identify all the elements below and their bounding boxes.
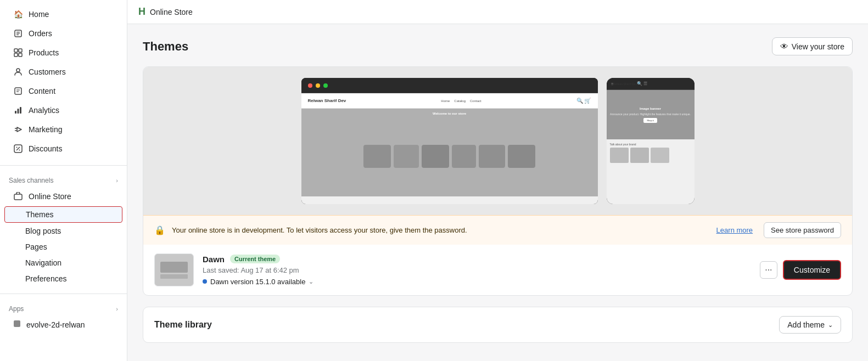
svg-rect-4 bbox=[14, 49, 18, 52]
chevron-down-icon: ⌄ bbox=[309, 278, 313, 285]
sidebar-sub-item-label: Preferences bbox=[25, 274, 66, 283]
topbar-title: Online Store bbox=[150, 8, 193, 16]
add-theme-label: Add theme bbox=[787, 320, 825, 329]
svg-rect-7 bbox=[19, 53, 22, 57]
sidebar-sub-item-label: Navigation bbox=[25, 258, 61, 267]
preview-mobile-notch: ☰ Relwan Sharif Dev 🔍 ☰ bbox=[607, 78, 695, 90]
theme-actions: ··· Customize bbox=[760, 260, 841, 280]
sidebar: 🏠 Home Orders Products Customers Cont bbox=[0, 0, 127, 361]
dev-notice-text: Your online store is in development. To … bbox=[172, 226, 710, 234]
sidebar-item-marketing[interactable]: Marketing bbox=[4, 120, 122, 139]
theme-name-row: Dawn Current theme bbox=[203, 255, 751, 264]
theme-preview: Relwan Sharif Dev HomeCatalogContact 🔍 🛒… bbox=[143, 67, 852, 215]
eye-icon: 👁 bbox=[780, 42, 788, 51]
topbar-brand-icon: H bbox=[138, 6, 145, 18]
preview-items bbox=[358, 137, 541, 168]
customize-button[interactable]: Customize bbox=[783, 260, 841, 280]
theme-card: Relwan Sharif Dev HomeCatalogContact 🔍 🛒… bbox=[143, 66, 853, 296]
preview-nav-icons: 🔍 🛒 bbox=[576, 98, 591, 104]
sidebar-item-label: Discounts bbox=[29, 144, 62, 153]
preview-mobile-inner: Image banner Announce your product. High… bbox=[607, 90, 695, 204]
svg-rect-22 bbox=[14, 320, 20, 327]
sidebar-sub-item-navigation[interactable]: Navigation bbox=[4, 255, 122, 270]
version-row[interactable]: Dawn version 15.1.0 available ⌄ bbox=[203, 278, 751, 286]
more-options-button[interactable]: ··· bbox=[760, 261, 777, 279]
sidebar-item-label: Marketing bbox=[29, 125, 62, 134]
add-theme-button[interactable]: Add theme ⌄ bbox=[779, 316, 841, 334]
sidebar-item-label: Home bbox=[29, 10, 49, 19]
page-header: Themes 👁 View your store bbox=[143, 37, 853, 55]
app-icon bbox=[13, 320, 21, 329]
preview-mobile-banner: Image banner bbox=[640, 107, 661, 110]
preview-brand: Relwan Sharif Dev bbox=[308, 98, 346, 103]
view-store-label: View your store bbox=[792, 42, 844, 51]
see-store-password-button[interactable]: See store password bbox=[764, 222, 841, 238]
preview-desktop-inner: Relwan Sharif Dev HomeCatalogContact 🔍 🛒… bbox=[301, 93, 598, 204]
preview-nav-links: HomeCatalogContact bbox=[441, 99, 481, 103]
sidebar-sub-item-preferences[interactable]: Preferences bbox=[4, 271, 122, 286]
preview-mobile-tagline: Talk about your brand bbox=[610, 143, 691, 146]
version-text: Dawn version 15.1.0 available bbox=[210, 278, 305, 286]
svg-point-20 bbox=[19, 150, 20, 151]
lock-icon: 🔒 bbox=[154, 225, 165, 235]
preview-mobile: ☰ Relwan Sharif Dev 🔍 ☰ Image banner Ann… bbox=[607, 78, 695, 204]
svg-rect-9 bbox=[15, 88, 21, 94]
main-content: H Online Store Themes 👁 View your store bbox=[127, 0, 868, 361]
marketing-icon bbox=[13, 125, 23, 134]
view-store-button[interactable]: 👁 View your store bbox=[772, 37, 853, 55]
sidebar-item-customers[interactable]: Customers bbox=[4, 63, 122, 81]
theme-name: Dawn bbox=[203, 255, 225, 264]
preview-mobile-section: Talk about your brand bbox=[607, 139, 695, 166]
sidebar-item-evolve-2d-relwan[interactable]: evolve-2d-relwan bbox=[4, 315, 122, 334]
preview-mobile-items bbox=[610, 148, 691, 163]
preview-mobile-brand: Relwan Sharif Dev bbox=[613, 82, 637, 86]
customers-icon bbox=[13, 67, 23, 77]
sidebar-item-label: Online Store bbox=[29, 192, 71, 201]
sales-channels-section: Sales channels › bbox=[0, 170, 127, 187]
sidebar-item-orders[interactable]: Orders bbox=[4, 24, 122, 43]
sidebar-item-products[interactable]: Products bbox=[4, 43, 122, 62]
svg-point-8 bbox=[16, 69, 20, 72]
dot-green bbox=[323, 83, 328, 88]
learn-more-link[interactable]: Learn more bbox=[716, 226, 753, 234]
products-icon bbox=[13, 48, 23, 58]
sidebar-item-analytics[interactable]: Analytics bbox=[4, 101, 122, 120]
theme-saved-text: Last saved: Aug 17 at 6:42 pm bbox=[203, 266, 751, 274]
svg-rect-6 bbox=[14, 53, 18, 57]
theme-library-title: Theme library bbox=[154, 320, 212, 330]
theme-info: Dawn Current theme Last saved: Aug 17 at… bbox=[143, 245, 852, 295]
sidebar-item-online-store[interactable]: Online Store bbox=[4, 187, 122, 206]
preview-mobile-shop-btn: Shop it bbox=[643, 118, 657, 123]
preview-nav: Relwan Sharif Dev HomeCatalogContact 🔍 🛒 bbox=[301, 93, 598, 109]
chevron-right-icon: › bbox=[116, 177, 118, 184]
home-icon: 🏠 bbox=[13, 9, 23, 19]
sidebar-item-label: Content bbox=[29, 87, 55, 95]
sidebar-sub-item-pages[interactable]: Pages bbox=[4, 239, 122, 255]
preview-desktop-bar bbox=[301, 78, 598, 93]
svg-point-19 bbox=[16, 147, 18, 148]
more-dots-icon: ··· bbox=[765, 265, 772, 275]
theme-thumbnail bbox=[154, 253, 194, 286]
sidebar-item-discounts[interactable]: Discounts bbox=[4, 139, 122, 158]
chevron-down-icon: ⌄ bbox=[828, 321, 833, 329]
preview-hero-text: Welcome to our store bbox=[301, 112, 598, 115]
version-dot bbox=[203, 279, 207, 284]
sidebar-item-label: Products bbox=[29, 48, 59, 57]
sidebar-item-label: Customers bbox=[29, 67, 66, 76]
orders-icon bbox=[13, 29, 23, 38]
online-store-icon bbox=[13, 191, 23, 201]
sidebar-sub-item-blog-posts[interactable]: Blog posts bbox=[4, 223, 122, 239]
svg-rect-14 bbox=[20, 107, 21, 114]
preview-desktop: Relwan Sharif Dev HomeCatalogContact 🔍 🛒… bbox=[301, 78, 598, 204]
sidebar-item-home[interactable]: 🏠 Home bbox=[4, 5, 122, 24]
preview-mobile-hero: Image banner Announce your product. High… bbox=[607, 90, 695, 139]
dot-yellow bbox=[316, 83, 320, 88]
sidebar-sub-item-label: Themes bbox=[26, 210, 54, 219]
sidebar-sub-item-themes[interactable]: Themes bbox=[4, 206, 122, 223]
sidebar-item-content[interactable]: Content bbox=[4, 82, 122, 100]
svg-rect-13 bbox=[18, 109, 19, 114]
analytics-icon bbox=[13, 105, 23, 115]
preview-hero: Welcome to our store bbox=[301, 109, 598, 196]
svg-rect-5 bbox=[19, 49, 22, 52]
apps-section: Apps › bbox=[0, 298, 127, 315]
